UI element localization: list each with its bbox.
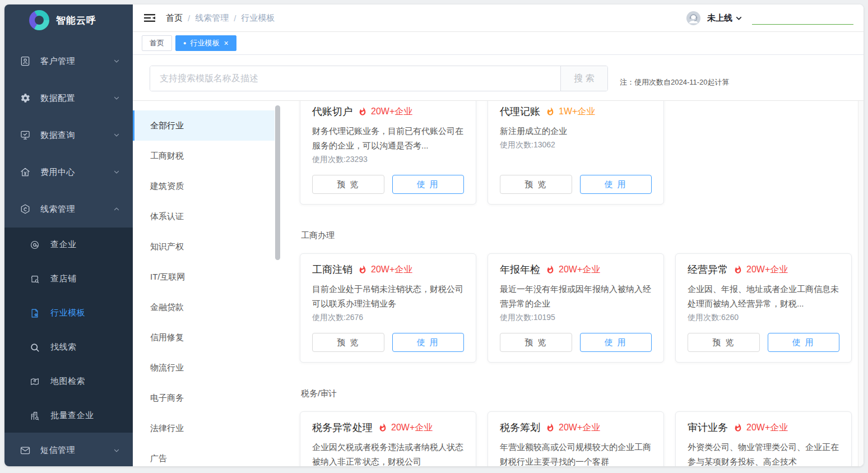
card-desc: 年营业额较高或公司规模较大的企业工商财税行业主要寻找的一个客群 bbox=[500, 440, 652, 466]
category-item[interactable]: 广告 bbox=[133, 443, 275, 466]
sidebar-item-lead-management[interactable]: 线索管理 bbox=[4, 191, 133, 228]
breadcrumb: 首页/线索管理/行业模板 bbox=[166, 13, 686, 24]
flame-icon bbox=[734, 423, 742, 432]
card-hot-badge: 20W+企业 bbox=[746, 422, 788, 434]
card-buttons: 预 览 使 用 bbox=[500, 324, 652, 352]
page-scrollbar[interactable] bbox=[858, 101, 864, 466]
topbar: 首页/线索管理/行业模板 未上线 bbox=[133, 4, 864, 32]
sidebar-item-map-search[interactable]: 地图检索 bbox=[4, 364, 133, 398]
card-hot-badge: 20W+企业 bbox=[746, 264, 788, 276]
category-item[interactable]: 信用修复 bbox=[133, 322, 275, 353]
card-title: 年报年检 bbox=[500, 263, 540, 276]
agent-headset-avatar bbox=[686, 11, 701, 26]
preview-button[interactable]: 预 览 bbox=[688, 333, 760, 352]
card-title: 代理记账 bbox=[500, 105, 540, 118]
search-button[interactable]: 搜 索 bbox=[560, 66, 607, 91]
sidebar-item-sms-management[interactable]: 短信管理 bbox=[4, 433, 133, 466]
template-card: 经营异常 20W+企业 企业因、年报、地址或者企业工商信息未处理而被纳入经营异常… bbox=[675, 253, 852, 363]
app-title: 智能云呼 bbox=[56, 14, 96, 27]
card-row: 税务异常处理 20W+企业 企业因欠税或者税务违法或者纳税人状态被纳入非正常状态… bbox=[300, 411, 852, 466]
agent-status[interactable]: 未上线 bbox=[707, 13, 732, 24]
sidebar-item-batch-company-search[interactable]: 批量查企业 bbox=[4, 398, 133, 433]
card-title: 代账切户 bbox=[312, 105, 352, 118]
breadcrumb-item[interactable]: 线索管理 bbox=[195, 13, 229, 24]
card-desc: 企业因欠税或者税务违法或者纳税人状态被纳入非正常状态，财税公司 bbox=[312, 440, 464, 466]
category-item[interactable]: 物流行业 bbox=[133, 353, 275, 383]
card-buttons: 预 览 使 用 bbox=[500, 166, 652, 194]
category-item[interactable]: IT/互联网 bbox=[133, 262, 275, 292]
card-desc: 最近一年没有年报或因年报纳入被纳入经营异常的企业 bbox=[500, 282, 652, 311]
preview-button[interactable]: 预 览 bbox=[312, 175, 384, 194]
preview-button[interactable]: 预 览 bbox=[312, 333, 384, 352]
sidebar-item-search-company[interactable]: 查企业 bbox=[4, 228, 133, 262]
card-hot-badge: 20W+企业 bbox=[559, 422, 600, 434]
category-item[interactable]: 金融贷款 bbox=[133, 292, 275, 322]
template-card: 年报年检 20W+企业 最近一年没有年报或因年报纳入被纳入经营异常的企业 使用次… bbox=[488, 253, 664, 363]
template-card: 审计业务 20W+企业 外资类公司、物业管理类公司、企业正在参与某项财务投标、高… bbox=[675, 411, 852, 466]
close-icon[interactable]: × bbox=[224, 39, 228, 47]
card-title-row: 年报年检 20W+企业 bbox=[500, 263, 652, 276]
use-button[interactable]: 使 用 bbox=[392, 175, 465, 194]
tab-industry-template[interactable]: ● 行业模板 × bbox=[175, 35, 236, 51]
template-card: 税务筹划 20W+企业 年营业额较高或公司规模较大的企业工商财税行业主要寻找的一… bbox=[488, 411, 664, 466]
map-pin-icon bbox=[30, 377, 40, 387]
flame-icon bbox=[734, 265, 742, 274]
use-button[interactable]: 使 用 bbox=[580, 333, 652, 352]
preview-button[interactable]: 预 览 bbox=[500, 175, 572, 194]
flame-icon bbox=[358, 265, 367, 274]
tab-bar: 首页 ● 行业模板 × bbox=[133, 32, 864, 55]
category-item[interactable]: 工商财税 bbox=[133, 141, 275, 171]
card-usage: 使用次数:13062 bbox=[500, 140, 652, 151]
breadcrumb-item[interactable]: 首页 bbox=[166, 13, 183, 24]
search-input[interactable] bbox=[150, 66, 560, 91]
category-scrollbar[interactable] bbox=[275, 101, 281, 466]
preview-button[interactable]: 预 览 bbox=[500, 333, 572, 352]
section-title: 工商办理 bbox=[301, 230, 852, 241]
search-section: 搜 索 注：使用次数自2024-11-20起计算 bbox=[133, 55, 864, 101]
card-usage: 使用次数:23293 bbox=[312, 155, 464, 166]
use-button[interactable]: 使 用 bbox=[768, 333, 840, 352]
card-desc: 财务代理记账业务，目前已有代账公司在服务的企业，可以沟通是否考... bbox=[312, 124, 464, 153]
tab-home[interactable]: 首页 bbox=[142, 35, 172, 51]
quick-dial-input[interactable] bbox=[752, 11, 853, 25]
chevron-down-icon bbox=[113, 447, 120, 455]
category-item[interactable]: 知识产权 bbox=[133, 231, 275, 262]
collapse-sidebar-icon[interactable] bbox=[144, 13, 155, 22]
use-button[interactable]: 使 用 bbox=[392, 333, 465, 352]
card-usage: 使用次数:6260 bbox=[688, 313, 839, 324]
active-tab-dot-icon: ● bbox=[183, 41, 186, 46]
sidebar-menu-bottom: 短信管理 bbox=[4, 433, 133, 466]
mail-icon bbox=[20, 445, 31, 456]
template-cards-area: 代账切户 20W+企业 财务代理记账业务，目前已有代账公司在服务的企业，可以沟通… bbox=[281, 101, 858, 466]
sidebar-item-search-shop[interactable]: 查店铺 bbox=[4, 262, 133, 296]
card-title-row: 代理记账 1W+企业 bbox=[500, 105, 652, 118]
breadcrumb-separator: / bbox=[234, 13, 236, 23]
use-button[interactable]: 使 用 bbox=[580, 175, 652, 194]
sidebar-item-customer-management[interactable]: 客户管理 bbox=[4, 43, 133, 80]
template-card: 工商注销 20W+企业 目前企业处于吊销未注销状态，财税公司可以联系办理注销业务… bbox=[300, 253, 476, 363]
card-hot-badge: 20W+企业 bbox=[371, 264, 412, 276]
sidebar-submenu: 查企业 查店铺 行业模板 找线索 地图检索 批量查企业 bbox=[4, 228, 133, 433]
sidebar-item-find-leads[interactable]: 找线索 bbox=[4, 330, 133, 364]
category-item[interactable]: 全部行业 bbox=[133, 110, 275, 141]
chevron-down-icon[interactable] bbox=[735, 15, 742, 22]
card-hot-badge: 20W+企业 bbox=[391, 422, 433, 434]
card-title-row: 经营异常 20W+企业 bbox=[688, 263, 839, 276]
template-doc-icon bbox=[30, 308, 40, 318]
card-usage: 使用次数:2676 bbox=[312, 313, 464, 324]
sidebar-item-data-config[interactable]: 数据配置 bbox=[4, 80, 133, 117]
category-item[interactable]: 体系认证 bbox=[133, 201, 275, 231]
section-title: 税务/审计 bbox=[301, 388, 852, 399]
sidebar-item-industry-template[interactable]: 行业模板 bbox=[4, 296, 133, 330]
card-title-row: 税务异常处理 20W+企业 bbox=[312, 421, 464, 434]
money-home-icon bbox=[20, 166, 31, 178]
flame-icon bbox=[546, 423, 555, 432]
scrollbar-thumb[interactable] bbox=[275, 105, 280, 260]
sidebar-item-cost-center[interactable]: 费用中心 bbox=[4, 154, 133, 191]
category-item[interactable]: 建筑资质 bbox=[133, 171, 275, 201]
category-item[interactable]: 法律行业 bbox=[133, 413, 275, 443]
category-item[interactable]: 电子商务 bbox=[133, 383, 275, 413]
topbar-right: 未上线 bbox=[686, 11, 853, 26]
sidebar-item-data-query[interactable]: 数据查询 bbox=[4, 117, 133, 154]
card-hot-badge: 20W+企业 bbox=[559, 264, 600, 276]
